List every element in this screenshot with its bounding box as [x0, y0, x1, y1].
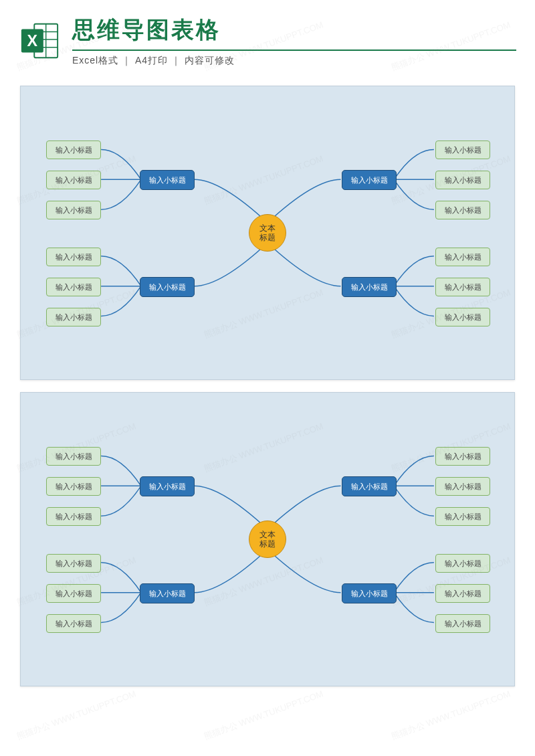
leaf-node[interactable]: 输入小标题	[46, 477, 101, 496]
leaf-node[interactable]: 输入小标题	[46, 507, 101, 526]
leaf-node[interactable]: 输入小标题	[46, 278, 101, 296]
leaf-node[interactable]: 输入小标题	[46, 201, 101, 219]
leaf-node[interactable]: 输入小标题	[46, 248, 101, 266]
leaf-node[interactable]: 输入小标题	[435, 171, 490, 189]
leaf-node[interactable]: 输入小标题	[46, 171, 101, 189]
leaf-node[interactable]: 输入小标题	[46, 140, 101, 159]
branch-node[interactable]: 输入小标题	[342, 476, 397, 496]
mindmap-canvas: 文本标题 输入小标题 输入小标题 输入小标题 输入小标题 输入小标题 输入小标题…	[20, 392, 515, 686]
branch-node[interactable]: 输入小标题	[342, 170, 397, 190]
branch-node[interactable]: 输入小标题	[342, 583, 397, 603]
leaf-node[interactable]: 输入小标题	[435, 614, 490, 633]
leaf-node[interactable]: 输入小标题	[435, 554, 490, 573]
mindmap-preview-1: 文本标题 输入小标题 输入小标题 输入小标题 输入小标题 输入小标题 输入小标题…	[20, 86, 515, 380]
leaf-node[interactable]: 输入小标题	[46, 308, 101, 326]
center-node[interactable]: 文本标题	[249, 521, 286, 558]
leaf-node[interactable]: 输入小标题	[435, 584, 490, 603]
leaf-node[interactable]: 输入小标题	[435, 477, 490, 496]
leaf-node[interactable]: 输入小标题	[435, 447, 490, 466]
leaf-node[interactable]: 输入小标题	[435, 507, 490, 526]
leaf-node[interactable]: 输入小标题	[435, 248, 490, 266]
branch-node[interactable]: 输入小标题	[140, 583, 195, 603]
excel-letter: X	[27, 32, 38, 50]
leaf-node[interactable]: 输入小标题	[435, 278, 490, 296]
branch-node[interactable]: 输入小标题	[140, 277, 195, 297]
branch-node[interactable]: 输入小标题	[140, 170, 195, 190]
excel-icon: X	[19, 20, 60, 62]
page-title: 思维导图表格	[72, 15, 516, 45]
leaf-node[interactable]: 输入小标题	[435, 201, 490, 219]
leaf-node[interactable]: 输入小标题	[46, 447, 101, 466]
leaf-node[interactable]: 输入小标题	[46, 614, 101, 633]
header: X 思维导图表格 Excel格式 ｜ A4打印 ｜ 内容可修改	[0, 0, 535, 74]
center-node[interactable]: 文本标题	[249, 214, 286, 252]
mindmap-canvas: 文本标题 输入小标题 输入小标题 输入小标题 输入小标题 输入小标题 输入小标题…	[20, 86, 515, 380]
page-subtitle: Excel格式 ｜ A4打印 ｜ 内容可修改	[72, 50, 516, 67]
branch-node[interactable]: 输入小标题	[140, 476, 195, 496]
leaf-node[interactable]: 输入小标题	[46, 554, 101, 573]
branch-node[interactable]: 输入小标题	[342, 277, 397, 297]
leaf-node[interactable]: 输入小标题	[435, 140, 490, 159]
leaf-node[interactable]: 输入小标题	[46, 584, 101, 603]
mindmap-preview-2: 文本标题 输入小标题 输入小标题 输入小标题 输入小标题 输入小标题 输入小标题…	[20, 392, 515, 686]
leaf-node[interactable]: 输入小标题	[435, 308, 490, 326]
